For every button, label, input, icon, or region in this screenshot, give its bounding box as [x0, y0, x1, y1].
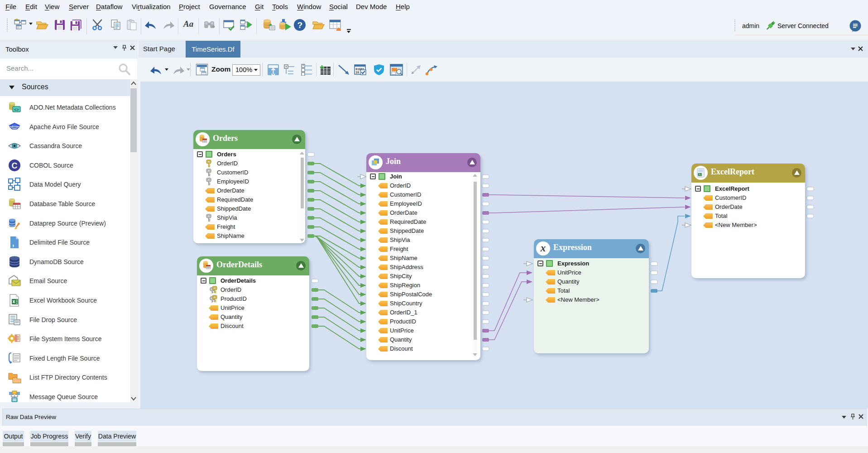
svg-text:?: ? [297, 20, 303, 30]
svg-text:<>: <> [14, 107, 19, 112]
svg-text:C: C [12, 161, 18, 170]
svg-text:Avro: Avro [12, 125, 18, 127]
svg-text:,: , [12, 240, 14, 247]
svg-text:10: 10 [355, 71, 359, 74]
svg-text:XLS: XLS [699, 173, 703, 176]
